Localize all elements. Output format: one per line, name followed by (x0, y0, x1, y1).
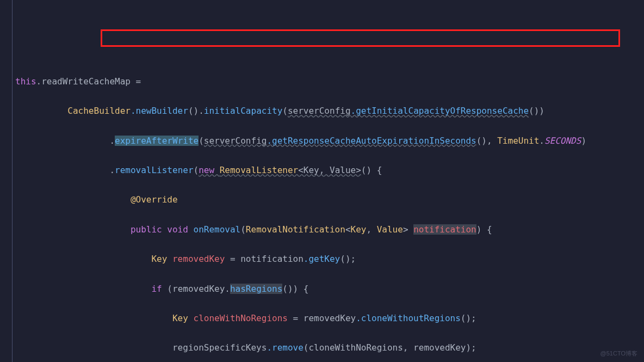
code-line: if (removedKey.hasRegions()) { (15, 281, 644, 296)
code-line: @Override (15, 192, 644, 207)
code-line: CacheBuilder.newBuilder().initialCapacit… (15, 103, 644, 118)
code-line: .removalListener(new RemovalListener<Key… (15, 163, 644, 177)
code-line: regionSpecificKeys.remove(cloneWithNoReg… (15, 340, 644, 355)
code-line: public void onRemoval(RemovalNotificatio… (15, 222, 644, 237)
watermark-text: @51CTO博客 (600, 348, 637, 359)
highlight-annotation (101, 29, 620, 47)
code-line: .expireAfterWrite(serverConfig.getRespon… (15, 133, 644, 148)
code-line: Key cloneWithNoRegions = removedKey.clon… (15, 311, 644, 326)
code-line: this.readWriteCacheMap = (15, 74, 644, 89)
code-line: Key removedKey = notification.getKey(); (15, 251, 644, 266)
code-editor[interactable]: this.readWriteCacheMap = CacheBuilder.ne… (0, 0, 644, 362)
